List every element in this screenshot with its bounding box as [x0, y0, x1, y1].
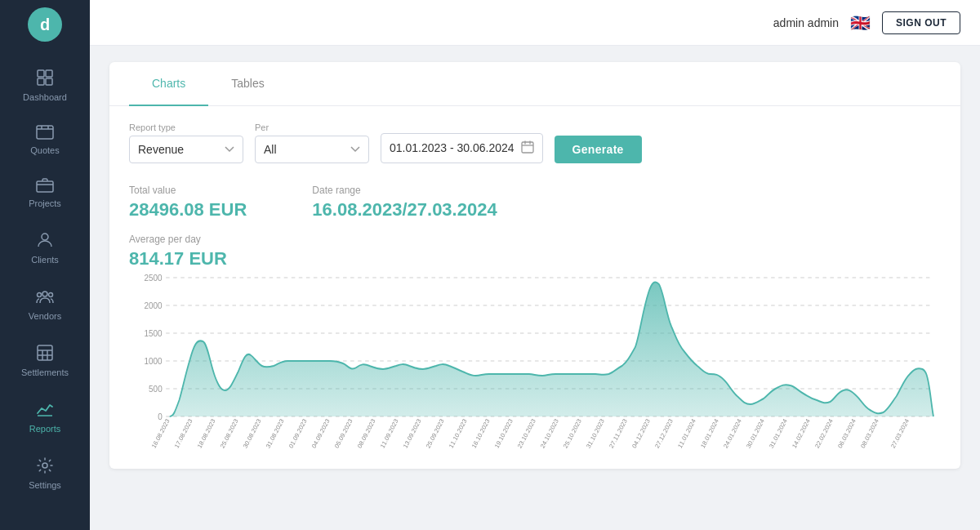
svg-text:27.03.2024: 27.03.2024 [889, 416, 911, 448]
svg-text:27.12.2023: 27.12.2023 [653, 417, 674, 449]
svg-text:1000: 1000 [145, 356, 163, 366]
sidebar-item-reports[interactable]: Reports [0, 389, 90, 445]
svg-point-9 [49, 293, 53, 297]
sidebar-logo: d [0, 0, 90, 49]
sidebar-nav: Dashboard Quotes [0, 57, 90, 501]
date-range-stat: Date range 16.08.2023/27.03.2024 [312, 185, 497, 220]
per-select[interactable]: All Day Week Month [255, 136, 369, 163]
per-label: Per [255, 122, 369, 132]
sidebar-item-label-settings: Settings [29, 480, 61, 490]
svg-text:14.02.2024: 14.02.2024 [791, 416, 812, 448]
stats-area: Total value 28496.08 EUR Date range 16.0… [109, 171, 960, 234]
svg-text:25.10.2023: 25.10.2023 [562, 417, 582, 449]
quotes-icon [36, 125, 54, 142]
svg-rect-5 [37, 181, 53, 192]
report-type-select[interactable]: Revenue Expense Profit [129, 136, 243, 163]
avg-per-day-label: Average per day [129, 234, 227, 245]
sign-out-button[interactable]: SIGN OUT [882, 11, 960, 34]
svg-text:04.12.2023: 04.12.2023 [630, 417, 651, 449]
report-type-group: Report type Revenue Expense Profit [129, 122, 243, 163]
topbar: admin admin 🇬🇧 SIGN OUT [90, 0, 980, 46]
svg-text:31.01.2024: 31.01.2024 [768, 416, 789, 448]
svg-text:30.01.2024: 30.01.2024 [745, 416, 766, 448]
total-value-label: Total value [129, 185, 247, 196]
svg-text:11.01.2024: 11.01.2024 [676, 416, 697, 448]
logo-circle: d [28, 7, 62, 42]
svg-text:01.09.2023: 01.09.2023 [287, 417, 308, 449]
sidebar-item-label-vendors: Vendors [29, 311, 61, 321]
per-group: Per All Day Week Month [255, 122, 369, 163]
vendors-icon [36, 287, 54, 308]
x-axis-labels: 16.08.2023 17.08.2023 18.08.2023 25.08.2… [150, 416, 911, 448]
svg-text:0: 0 [158, 412, 163, 421]
content-area: Charts Tables Report type Revenue Expens… [90, 46, 980, 530]
tab-charts[interactable]: Charts [129, 62, 208, 106]
svg-point-6 [42, 234, 48, 240]
sidebar-item-label-clients: Clients [31, 255, 59, 265]
svg-text:500: 500 [149, 384, 163, 394]
total-value-value: 28496.08 EUR [129, 199, 247, 220]
generate-button[interactable]: Generate [555, 136, 642, 163]
filter-form: Report type Revenue Expense Profit Per A… [109, 106, 960, 171]
sidebar-item-dashboard[interactable]: Dashboard [0, 57, 90, 114]
calendar-icon[interactable] [521, 140, 534, 156]
svg-text:11.09.2023: 11.09.2023 [379, 417, 399, 449]
sidebar-item-projects[interactable]: Projects [0, 167, 90, 220]
sidebar-item-settlements[interactable]: Settlements [0, 332, 90, 389]
sidebar-item-vendors[interactable]: Vendors [0, 276, 90, 332]
svg-point-8 [38, 293, 42, 297]
report-type-label: Report type [129, 122, 243, 132]
svg-text:31.10.2023: 31.10.2023 [585, 417, 605, 449]
svg-text:2500: 2500 [145, 273, 163, 283]
tabs-bar: Charts Tables [109, 62, 960, 106]
svg-point-12 [42, 463, 47, 468]
svg-text:13.09.2023: 13.09.2023 [402, 417, 422, 449]
svg-rect-0 [38, 70, 44, 77]
svg-text:24.01.2024: 24.01.2024 [722, 416, 743, 448]
chart-container: 2500 2000 1500 1000 500 0 [129, 269, 941, 449]
svg-text:31.08.2023: 31.08.2023 [265, 417, 285, 449]
svg-text:25.08.2023: 25.08.2023 [219, 417, 239, 449]
svg-text:08.09.2023: 08.09.2023 [356, 417, 376, 449]
revenue-chart: 2500 2000 1500 1000 500 0 [129, 269, 941, 449]
svg-text:19.10.2023: 19.10.2023 [493, 417, 514, 449]
date-range-group: 01.01.2023 - 30.06.2024 [381, 133, 543, 163]
date-range-value: 01.01.2023 - 30.06.2024 [390, 141, 514, 154]
settings-icon [36, 457, 54, 477]
sidebar-item-label-projects: Projects [29, 198, 61, 208]
date-range-label: Date range [312, 185, 497, 196]
chart-area: 2500 2000 1500 1000 500 0 [109, 269, 960, 449]
svg-text:24.10.2023: 24.10.2023 [539, 417, 559, 449]
svg-text:27.11.2023: 27.11.2023 [608, 417, 628, 449]
svg-text:05.09.2023: 05.09.2023 [333, 417, 354, 449]
date-range-input[interactable]: 01.01.2023 - 30.06.2024 [381, 133, 543, 163]
svg-text:1500: 1500 [145, 328, 163, 338]
language-flag-icon[interactable]: 🇬🇧 [850, 13, 871, 33]
sidebar-item-quotes[interactable]: Quotes [0, 114, 90, 167]
settlements-icon [36, 344, 54, 364]
svg-text:18.08.2023: 18.08.2023 [196, 417, 216, 449]
svg-text:04.09.2023: 04.09.2023 [310, 417, 331, 449]
sidebar-item-clients[interactable]: Clients [0, 220, 90, 276]
svg-rect-13 [522, 142, 533, 153]
svg-rect-4 [37, 126, 53, 139]
sidebar-item-label-reports: Reports [29, 424, 61, 434]
reports-icon [36, 400, 54, 421]
svg-text:30.08.2023: 30.08.2023 [242, 417, 262, 449]
sidebar-item-settings[interactable]: Settings [0, 445, 90, 501]
svg-rect-2 [38, 78, 44, 85]
avg-per-day-value: 814.17 EUR [129, 248, 227, 269]
avg-per-day-stat: Average per day 814.17 EUR [129, 234, 227, 269]
svg-text:16.08.2023: 16.08.2023 [150, 417, 171, 449]
tab-tables[interactable]: Tables [208, 62, 287, 106]
svg-rect-10 [38, 345, 52, 360]
main-content: admin admin 🇬🇧 SIGN OUT Charts Tables Re… [90, 0, 980, 530]
dashboard-icon [36, 69, 54, 89]
clients-icon [36, 231, 54, 252]
logo-letter: d [40, 16, 50, 34]
topbar-username: admin admin [773, 16, 839, 29]
sidebar-item-label-quotes: Quotes [30, 145, 59, 155]
date-range-value-display: 16.08.2023/27.03.2024 [312, 199, 497, 220]
avg-stat-area: Average per day 814.17 EUR [109, 234, 960, 269]
reports-card: Charts Tables Report type Revenue Expens… [109, 62, 960, 469]
